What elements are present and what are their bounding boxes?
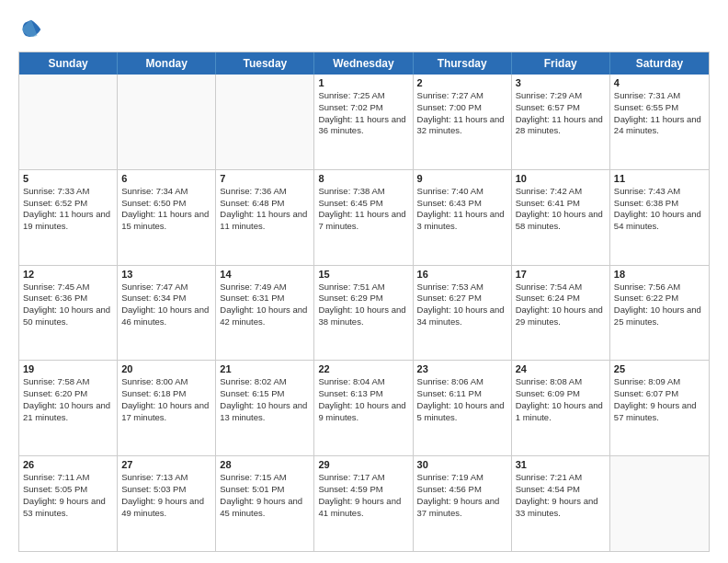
- calendar-cell: 20Sunrise: 8:00 AM Sunset: 6:18 PM Dayli…: [118, 361, 216, 455]
- calendar-cell: 13Sunrise: 7:47 AM Sunset: 6:34 PM Dayli…: [118, 266, 216, 361]
- calendar-cell: [610, 456, 709, 551]
- day-info: Sunrise: 7:51 AM Sunset: 6:29 PM Dayligh…: [318, 282, 408, 328]
- day-number: 27: [121, 459, 211, 470]
- calendar-body: 1Sunrise: 7:25 AM Sunset: 7:02 PM Daylig…: [19, 75, 709, 551]
- day-number: 21: [220, 363, 310, 374]
- day-number: 20: [121, 363, 211, 374]
- calendar-cell: 4Sunrise: 7:31 AM Sunset: 6:55 PM Daylig…: [610, 75, 709, 169]
- day-info: Sunrise: 7:21 AM Sunset: 4:54 PM Dayligh…: [516, 472, 606, 519]
- day-info: Sunrise: 8:04 AM Sunset: 6:13 PM Dayligh…: [318, 376, 408, 423]
- calendar-cell: 12Sunrise: 7:45 AM Sunset: 6:36 PM Dayli…: [19, 266, 118, 361]
- calendar-cell: 3Sunrise: 7:29 AM Sunset: 6:57 PM Daylig…: [512, 75, 610, 169]
- page: SundayMondayTuesdayWednesdayThursdayFrid…: [0, 0, 728, 563]
- day-info: Sunrise: 7:47 AM Sunset: 6:34 PM Dayligh…: [121, 282, 211, 328]
- day-info: Sunrise: 8:08 AM Sunset: 6:09 PM Dayligh…: [516, 376, 606, 423]
- day-info: Sunrise: 7:15 AM Sunset: 5:01 PM Dayligh…: [220, 472, 310, 519]
- day-number: 13: [121, 269, 211, 280]
- calendar-cell: 15Sunrise: 7:51 AM Sunset: 6:29 PM Dayli…: [314, 266, 413, 361]
- day-number: 28: [220, 459, 310, 470]
- calendar-cell: 21Sunrise: 8:02 AM Sunset: 6:15 PM Dayli…: [216, 361, 314, 455]
- day-number: 25: [614, 363, 705, 374]
- day-info: Sunrise: 7:58 AM Sunset: 6:20 PM Dayligh…: [23, 376, 113, 423]
- day-info: Sunrise: 7:40 AM Sunset: 6:43 PM Dayligh…: [417, 186, 507, 233]
- calendar-cell: 7Sunrise: 7:36 AM Sunset: 6:48 PM Daylig…: [216, 170, 314, 265]
- day-number: 17: [516, 269, 606, 280]
- calendar-week-4: 19Sunrise: 7:58 AM Sunset: 6:20 PM Dayli…: [19, 361, 709, 456]
- day-info: Sunrise: 7:54 AM Sunset: 6:24 PM Dayligh…: [516, 282, 606, 328]
- day-number: 18: [614, 269, 705, 280]
- calendar-cell: 10Sunrise: 7:42 AM Sunset: 6:41 PM Dayli…: [512, 170, 610, 265]
- day-number: 5: [23, 173, 113, 184]
- day-number: 24: [516, 363, 606, 374]
- day-number: 30: [417, 459, 507, 470]
- day-info: Sunrise: 7:38 AM Sunset: 6:45 PM Dayligh…: [318, 186, 408, 233]
- calendar-cell: 23Sunrise: 8:06 AM Sunset: 6:11 PM Dayli…: [414, 361, 512, 455]
- day-info: Sunrise: 7:25 AM Sunset: 7:02 PM Dayligh…: [318, 90, 408, 137]
- day-info: Sunrise: 7:17 AM Sunset: 4:59 PM Dayligh…: [318, 472, 408, 519]
- day-number: 9: [417, 173, 507, 184]
- day-info: Sunrise: 7:19 AM Sunset: 4:56 PM Dayligh…: [417, 472, 507, 519]
- calendar-week-2: 5Sunrise: 7:33 AM Sunset: 6:52 PM Daylig…: [19, 170, 709, 266]
- day-number: 12: [23, 269, 113, 280]
- day-info: Sunrise: 7:34 AM Sunset: 6:50 PM Dayligh…: [121, 186, 211, 233]
- day-info: Sunrise: 7:36 AM Sunset: 6:48 PM Dayligh…: [220, 186, 310, 233]
- day-info: Sunrise: 8:06 AM Sunset: 6:11 PM Dayligh…: [417, 376, 507, 423]
- day-number: 7: [220, 173, 310, 184]
- calendar-cell: 24Sunrise: 8:08 AM Sunset: 6:09 PM Dayli…: [512, 361, 610, 455]
- logo-icon: [18, 17, 44, 42]
- header: [18, 17, 710, 42]
- calendar-cell: [118, 75, 216, 169]
- calendar-cell: 8Sunrise: 7:38 AM Sunset: 6:45 PM Daylig…: [314, 170, 413, 265]
- day-info: Sunrise: 7:42 AM Sunset: 6:41 PM Dayligh…: [516, 186, 606, 233]
- day-number: 26: [23, 459, 113, 470]
- day-info: Sunrise: 7:13 AM Sunset: 5:03 PM Dayligh…: [121, 472, 211, 519]
- calendar-cell: [216, 75, 314, 169]
- day-info: Sunrise: 7:29 AM Sunset: 6:57 PM Dayligh…: [516, 90, 606, 137]
- calendar-cell: 6Sunrise: 7:34 AM Sunset: 6:50 PM Daylig…: [118, 170, 216, 265]
- day-number: 2: [417, 77, 507, 88]
- calendar-week-5: 26Sunrise: 7:11 AM Sunset: 5:05 PM Dayli…: [19, 456, 709, 551]
- day-number: 29: [318, 459, 408, 470]
- day-info: Sunrise: 7:33 AM Sunset: 6:52 PM Dayligh…: [23, 186, 113, 233]
- calendar-cell: 25Sunrise: 8:09 AM Sunset: 6:07 PM Dayli…: [610, 361, 709, 455]
- day-info: Sunrise: 8:00 AM Sunset: 6:18 PM Dayligh…: [121, 376, 211, 423]
- day-info: Sunrise: 7:49 AM Sunset: 6:31 PM Dayligh…: [220, 282, 310, 328]
- day-info: Sunrise: 7:27 AM Sunset: 7:00 PM Dayligh…: [417, 90, 507, 137]
- day-info: Sunrise: 7:53 AM Sunset: 6:27 PM Dayligh…: [417, 282, 507, 328]
- calendar-cell: 11Sunrise: 7:43 AM Sunset: 6:38 PM Dayli…: [610, 170, 709, 265]
- calendar: SundayMondayTuesdayWednesdayThursdayFrid…: [18, 52, 710, 552]
- calendar-week-1: 1Sunrise: 7:25 AM Sunset: 7:02 PM Daylig…: [19, 75, 709, 170]
- day-number: 4: [614, 77, 705, 88]
- day-info: Sunrise: 7:56 AM Sunset: 6:22 PM Dayligh…: [614, 282, 705, 328]
- day-number: 31: [516, 459, 606, 470]
- day-info: Sunrise: 8:09 AM Sunset: 6:07 PM Dayligh…: [614, 376, 705, 423]
- day-number: 10: [516, 173, 606, 184]
- calendar-cell: 5Sunrise: 7:33 AM Sunset: 6:52 PM Daylig…: [19, 170, 118, 265]
- calendar-cell: [19, 75, 118, 169]
- header-day-saturday: Saturday: [610, 52, 709, 75]
- calendar-cell: 19Sunrise: 7:58 AM Sunset: 6:20 PM Dayli…: [19, 361, 118, 455]
- day-number: 22: [318, 363, 408, 374]
- day-number: 11: [614, 173, 705, 184]
- header-day-wednesday: Wednesday: [314, 52, 413, 75]
- calendar-cell: 30Sunrise: 7:19 AM Sunset: 4:56 PM Dayli…: [414, 456, 512, 551]
- calendar-cell: 31Sunrise: 7:21 AM Sunset: 4:54 PM Dayli…: [512, 456, 610, 551]
- calendar-cell: 26Sunrise: 7:11 AM Sunset: 5:05 PM Dayli…: [19, 456, 118, 551]
- calendar-header: SundayMondayTuesdayWednesdayThursdayFrid…: [19, 52, 709, 75]
- day-info: Sunrise: 7:31 AM Sunset: 6:55 PM Dayligh…: [614, 90, 705, 137]
- calendar-cell: 14Sunrise: 7:49 AM Sunset: 6:31 PM Dayli…: [216, 266, 314, 361]
- calendar-cell: 2Sunrise: 7:27 AM Sunset: 7:00 PM Daylig…: [414, 75, 512, 169]
- day-number: 8: [318, 173, 408, 184]
- header-day-tuesday: Tuesday: [216, 52, 314, 75]
- day-number: 3: [516, 77, 606, 88]
- calendar-cell: 29Sunrise: 7:17 AM Sunset: 4:59 PM Dayli…: [314, 456, 413, 551]
- calendar-week-3: 12Sunrise: 7:45 AM Sunset: 6:36 PM Dayli…: [19, 266, 709, 362]
- calendar-cell: 17Sunrise: 7:54 AM Sunset: 6:24 PM Dayli…: [512, 266, 610, 361]
- calendar-cell: 16Sunrise: 7:53 AM Sunset: 6:27 PM Dayli…: [414, 266, 512, 361]
- header-day-friday: Friday: [512, 52, 610, 75]
- day-number: 14: [220, 269, 310, 280]
- calendar-cell: 1Sunrise: 7:25 AM Sunset: 7:02 PM Daylig…: [314, 75, 413, 169]
- day-number: 15: [318, 269, 408, 280]
- day-number: 1: [318, 77, 408, 88]
- day-info: Sunrise: 7:11 AM Sunset: 5:05 PM Dayligh…: [23, 472, 113, 519]
